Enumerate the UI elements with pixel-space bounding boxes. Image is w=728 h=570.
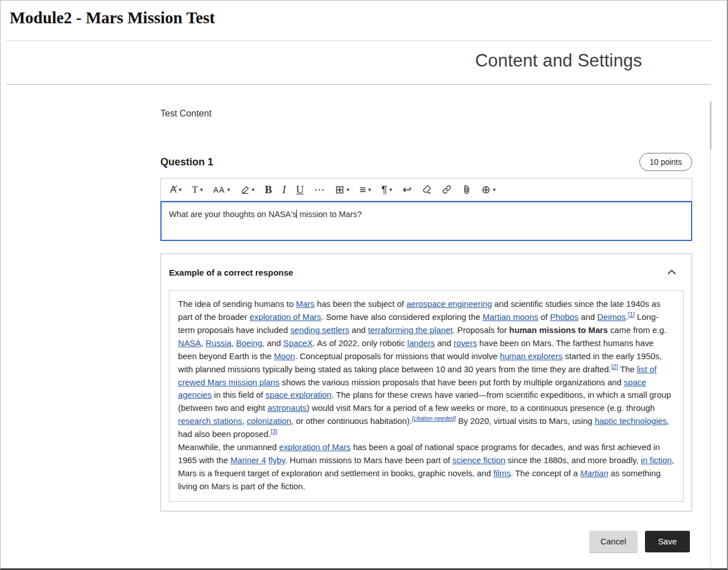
text-link[interactable]: rovers bbox=[454, 339, 477, 348]
text-link[interactable]: [3] bbox=[271, 428, 278, 435]
text-link[interactable]: research stations bbox=[178, 417, 242, 426]
cancel-button[interactable]: Cancel bbox=[589, 531, 638, 552]
text-link[interactable]: terraforming the planet bbox=[368, 326, 453, 335]
text-run: . Conceptual proposals for missions that… bbox=[295, 352, 500, 361]
text-run: and bbox=[349, 326, 368, 335]
scrollbar-track[interactable] bbox=[710, 101, 711, 568]
text-link[interactable]: exploration of Mars bbox=[279, 443, 351, 452]
underline-icon: U bbox=[296, 184, 304, 195]
text-run: , or other continuous habitation). bbox=[291, 417, 412, 426]
insert-link-button[interactable] bbox=[437, 182, 456, 197]
text-color-button[interactable]: A ▾ bbox=[166, 182, 186, 197]
text-run: . As of 2022, only robotic bbox=[313, 339, 407, 348]
clear-formatting-button[interactable] bbox=[417, 182, 436, 197]
text-link[interactable]: haptic technologies bbox=[595, 417, 667, 426]
scrollbar-thumb[interactable] bbox=[710, 102, 712, 149]
sup-reference: [3] bbox=[271, 428, 278, 435]
font-size-icon: AA bbox=[213, 186, 225, 194]
text-link[interactable]: colonization bbox=[247, 417, 291, 426]
more-options-icon: ⋯ bbox=[314, 184, 325, 195]
text-link[interactable]: [1] bbox=[628, 311, 635, 318]
paragraph-style-icon: ¶ bbox=[381, 184, 387, 195]
attach-file-button[interactable] bbox=[457, 182, 476, 197]
page-title: Module2 - Mars Mission Test bbox=[10, 9, 727, 27]
text-link[interactable]: space exploration bbox=[266, 390, 332, 400]
question-header-row: Question 1 10 points bbox=[160, 153, 692, 171]
text-link[interactable]: [citation needed] bbox=[412, 415, 456, 422]
text-link[interactable]: Mars bbox=[296, 299, 315, 309]
text-link[interactable]: Boeing bbox=[236, 339, 262, 348]
font-size-button[interactable]: AA ▾ bbox=[209, 184, 235, 196]
chevron-down-icon: ▾ bbox=[390, 187, 392, 193]
header-divider bbox=[6, 40, 712, 41]
text-link[interactable]: in fiction bbox=[641, 456, 672, 465]
editor-text-before-caret: What are your thoughts on NASA's bbox=[169, 210, 296, 219]
underline-button[interactable]: U bbox=[292, 182, 309, 197]
editor-toolbar: A ▾ T ▾ AA ▾ ▾ B I U ⋯ ⊞ ▾ bbox=[160, 178, 692, 201]
text-link[interactable]: Martian bbox=[580, 469, 608, 478]
font-style-button[interactable]: T ▾ bbox=[187, 182, 207, 197]
text-link[interactable]: astronauts bbox=[267, 403, 307, 413]
text-link[interactable]: films bbox=[493, 469, 510, 478]
text-run: , bbox=[201, 339, 205, 348]
chevron-down-icon: ▾ bbox=[179, 187, 181, 193]
text-run: . The concept of a bbox=[511, 469, 580, 478]
undo-icon: ↩ bbox=[403, 184, 412, 195]
text-run: , and bbox=[262, 339, 283, 348]
sup-reference: [1] bbox=[628, 311, 635, 318]
text-link[interactable]: exploration of Mars bbox=[250, 313, 321, 322]
more-options-button[interactable]: ⋯ bbox=[309, 182, 329, 197]
italic-icon: I bbox=[282, 184, 286, 195]
italic-button[interactable]: I bbox=[278, 182, 290, 197]
bold-button[interactable]: B bbox=[260, 182, 277, 197]
bold-icon: B bbox=[265, 184, 272, 195]
text-link[interactable]: SpaceX bbox=[283, 339, 313, 348]
paperclip-icon bbox=[462, 185, 471, 194]
text-link[interactable]: aerospace engineering bbox=[406, 299, 492, 309]
text-link[interactable]: Moon bbox=[274, 352, 295, 361]
text-run: , bbox=[242, 417, 247, 426]
text-link[interactable]: human explorers bbox=[500, 352, 562, 361]
align-button[interactable]: ≡ ▾ bbox=[355, 182, 375, 197]
example-panel-title: Example of a correct response bbox=[169, 268, 293, 277]
font-style-icon: T bbox=[192, 185, 197, 194]
footer-actions: Cancel Save bbox=[589, 531, 690, 552]
text-run: . Proposals for bbox=[453, 326, 510, 335]
text-run: . Some have also considered exploring th… bbox=[321, 313, 483, 322]
text-run: shows the various mission proposals that… bbox=[279, 378, 623, 387]
text-link[interactable]: science fiction bbox=[453, 456, 506, 465]
text-link[interactable]: Deimos bbox=[597, 313, 626, 322]
text-link[interactable]: Martian moons bbox=[482, 313, 538, 322]
example-paragraph: Meanwhile, the unmanned exploration of M… bbox=[178, 441, 675, 493]
points-badge[interactable]: 10 points bbox=[639, 153, 692, 171]
text-link[interactable]: [2] bbox=[611, 363, 618, 370]
example-panel-header[interactable]: Example of a correct response bbox=[161, 254, 692, 287]
chevron-down-icon: ▾ bbox=[227, 187, 230, 193]
undo-button[interactable]: ↩ bbox=[398, 182, 416, 197]
chevron-up-icon[interactable] bbox=[666, 267, 677, 278]
main-content: Test Content Question 1 10 points A ▾ T … bbox=[160, 101, 692, 511]
text-link[interactable]: Phobos bbox=[550, 313, 578, 322]
insert-content-button[interactable]: ⊕ ▾ bbox=[477, 182, 500, 197]
example-paragraph: The idea of sending humans to Mars has b… bbox=[178, 298, 675, 441]
text-link[interactable]: flyby bbox=[268, 456, 285, 465]
insert-table-button[interactable]: ⊞ ▾ bbox=[330, 182, 354, 197]
text-run: in this field of bbox=[212, 390, 266, 400]
link-icon bbox=[442, 185, 452, 194]
sup-reference: [2] bbox=[611, 363, 618, 370]
text-link[interactable]: landers bbox=[407, 339, 435, 348]
paragraph-style-button[interactable]: ¶ ▾ bbox=[377, 182, 396, 197]
save-button[interactable]: Save bbox=[645, 531, 690, 552]
pen-icon bbox=[173, 185, 178, 190]
highlight-button[interactable]: ▾ bbox=[236, 183, 259, 197]
eraser-icon bbox=[422, 185, 432, 194]
text-link[interactable]: Russia bbox=[206, 339, 231, 348]
text-link[interactable]: sending settlers bbox=[290, 326, 349, 335]
question-text-editor[interactable]: What are your thoughts on NASA's mission… bbox=[160, 201, 692, 241]
text-link[interactable]: Mariner 4 bbox=[230, 456, 266, 465]
text-link[interactable]: NASA bbox=[178, 339, 201, 348]
text-run: and bbox=[435, 339, 454, 348]
align-icon: ≡ bbox=[359, 184, 366, 195]
chevron-down-icon: ▾ bbox=[493, 187, 495, 193]
text-run: of bbox=[538, 313, 550, 322]
